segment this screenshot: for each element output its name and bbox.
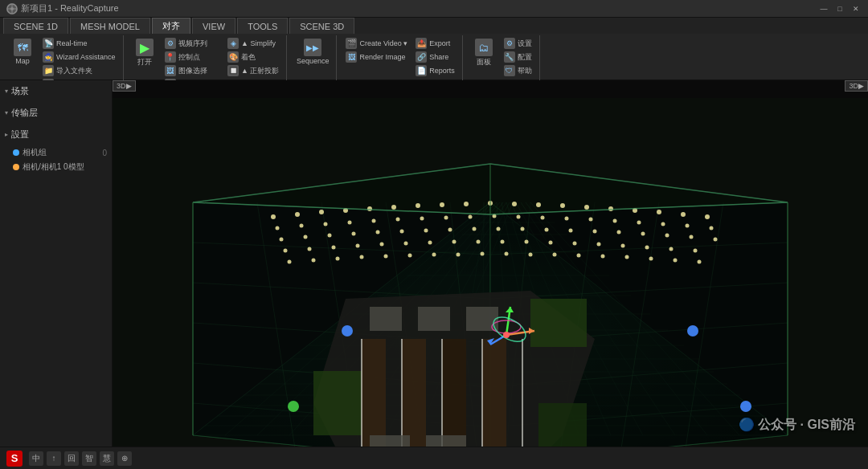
colorize-button[interactable]: 🎨 着色 (225, 51, 281, 63)
svg-point-121 (400, 230, 404, 234)
ortho-icon: 🔲 (227, 65, 239, 76)
svg-point-104 (444, 216, 448, 220)
reports-label: Reports (429, 67, 455, 75)
export-button[interactable]: 📤 Export (413, 37, 457, 50)
tab-scene3d[interactable]: SCENE 3D (289, 18, 354, 34)
panel-icon: 🗂 (475, 39, 493, 56)
ortho-button[interactable]: 🔲 ▲ 正射投影 (225, 64, 281, 77)
realtime-button[interactable]: 📡 Real-time (40, 37, 118, 50)
status-icon-zhong[interactable]: 中 (29, 451, 43, 466)
sidebar-section-transport-header[interactable]: ▾ 传输层 (5, 105, 107, 120)
wizard-button[interactable]: 🧙 Wizard Assistance (40, 51, 118, 63)
colorize-icon: 🎨 (227, 51, 239, 63)
svg-point-151 (669, 247, 674, 251)
svg-point-179 (503, 332, 510, 338)
sidebar-item-model[interactable]: 相机/相机1 0模型 (0, 160, 112, 174)
process-icon: ⚙ (165, 38, 176, 49)
svg-point-100 (348, 221, 352, 225)
svg-point-136 (308, 247, 312, 251)
status-icon-home[interactable]: 回 (64, 451, 79, 466)
export-buttons: 📤 Export 🔗 Share 📄 Reports (413, 37, 457, 77)
apply-small-buttons: ⚙ 设置 🔧 配置 🛡 帮助 (502, 37, 534, 77)
svg-rect-65 (402, 339, 426, 447)
svg-point-92 (608, 206, 613, 211)
tab-meshmodel[interactable]: MESH MODEL (70, 18, 150, 34)
sidebar-section-scene-header[interactable]: ▾ 场景 (5, 84, 107, 99)
tab-view[interactable]: VIEW (192, 18, 235, 34)
svg-rect-73 (370, 307, 402, 331)
svg-point-108 (541, 216, 545, 220)
status-icon-hui[interactable]: 慧 (100, 451, 114, 466)
svg-point-119 (352, 232, 356, 236)
svg-point-103 (420, 217, 424, 221)
svg-point-78 (271, 214, 276, 219)
help-button[interactable]: 🛡 帮助 (502, 64, 534, 77)
scene-label: 场景 (11, 85, 29, 97)
settings-button[interactable]: ⚙ 设置 (502, 37, 534, 50)
status-icon-up[interactable]: ↑ (47, 451, 61, 466)
settings-icon: ⚙ (504, 38, 515, 49)
render-image-button[interactable]: 🖼 Render Image (343, 51, 410, 63)
svg-point-137 (332, 246, 336, 250)
cameras-dot-icon (13, 149, 19, 156)
tab-scene1d[interactable]: SCENE 1D (3, 18, 68, 34)
map-button[interactable]: 🗺 Map (8, 37, 37, 67)
svg-rect-74 (418, 307, 450, 331)
transport-label: 传输层 (11, 107, 38, 119)
tab-tools[interactable]: TOOLS (237, 18, 288, 34)
process-button[interactable]: ⚙ 视频序列 (162, 37, 223, 50)
sidebar-item-cameras[interactable]: 相机组 0 (0, 145, 112, 160)
render-image-label: Render Image (359, 53, 405, 61)
config-button[interactable]: 🔧 配置 (502, 51, 534, 63)
svg-point-97 (276, 226, 280, 230)
svg-point-88 (512, 202, 517, 206)
svg-point-118 (328, 234, 332, 238)
open-button[interactable]: ▶ 打开 (130, 37, 159, 69)
svg-point-168 (649, 257, 653, 261)
svg-point-182 (288, 401, 299, 412)
svg-point-145 (525, 240, 529, 244)
image-select-button[interactable]: 🖼 图像选择 (162, 64, 223, 77)
svg-point-180 (342, 325, 353, 336)
simplify-buttons: ◈ ▲ Simplify 🎨 着色 🔲 ▲ 正射投影 (225, 37, 281, 77)
help-icon: 🛡 (504, 65, 515, 76)
3d-scene-canvas (113, 98, 868, 447)
image-select-label: 图像选择 (178, 66, 207, 76)
brand-logo: S (6, 451, 23, 467)
share-button[interactable]: 🔗 Share (413, 51, 457, 63)
tab-align[interactable]: 对齐 (152, 18, 190, 34)
sequence-button[interactable]: ▶▶ Sequence (294, 37, 331, 67)
import-folder-button[interactable]: 📁 导入文件夹 (40, 64, 118, 77)
3d-viewport[interactable]: 3D▶ 3D▶ (113, 80, 868, 447)
control-pts-button[interactable]: 📍 控制点 (162, 51, 223, 63)
config-label: 配置 (518, 52, 532, 63)
maximize-button[interactable]: □ (834, 3, 845, 14)
window-title: 新项目1 - RealityCapture (21, 2, 119, 14)
svg-point-123 (448, 228, 452, 232)
create-video-button[interactable]: 🎬 Create Video ▾ (343, 37, 410, 50)
ribbon: SCENE 1D MESH MODEL 对齐 VIEW TOOLS SCENE … (0, 18, 868, 80)
svg-point-143 (477, 240, 481, 244)
svg-point-140 (404, 242, 408, 246)
status-icon-add[interactable]: ⊕ (117, 451, 132, 466)
svg-point-164 (553, 253, 557, 257)
sidebar-section-scene: ▾ 场景 (0, 80, 112, 102)
svg-point-117 (304, 235, 308, 239)
svg-point-158 (408, 254, 412, 258)
svg-point-94 (657, 210, 661, 214)
close-button[interactable]: ✕ (850, 3, 862, 14)
svg-point-129 (593, 230, 597, 234)
simplify-button[interactable]: ◈ ▲ Simplify (225, 37, 281, 50)
status-bar: S 中 ↑ 回 智 慧 ⊕ (0, 447, 868, 469)
minimize-button[interactable]: — (818, 3, 829, 14)
svg-point-114 (686, 224, 690, 228)
panel-button[interactable]: 🗂 面板 (469, 37, 498, 69)
svg-point-115 (710, 226, 714, 230)
svg-point-95 (681, 212, 686, 217)
status-icon-smart[interactable]: 智 (82, 451, 96, 466)
svg-point-153 (288, 260, 292, 264)
svg-rect-62 (530, 299, 587, 347)
reports-button[interactable]: 📄 Reports (413, 64, 457, 77)
svg-point-128 (569, 229, 573, 233)
sidebar-section-settings-header[interactable]: ▸ 設置 (5, 127, 107, 142)
